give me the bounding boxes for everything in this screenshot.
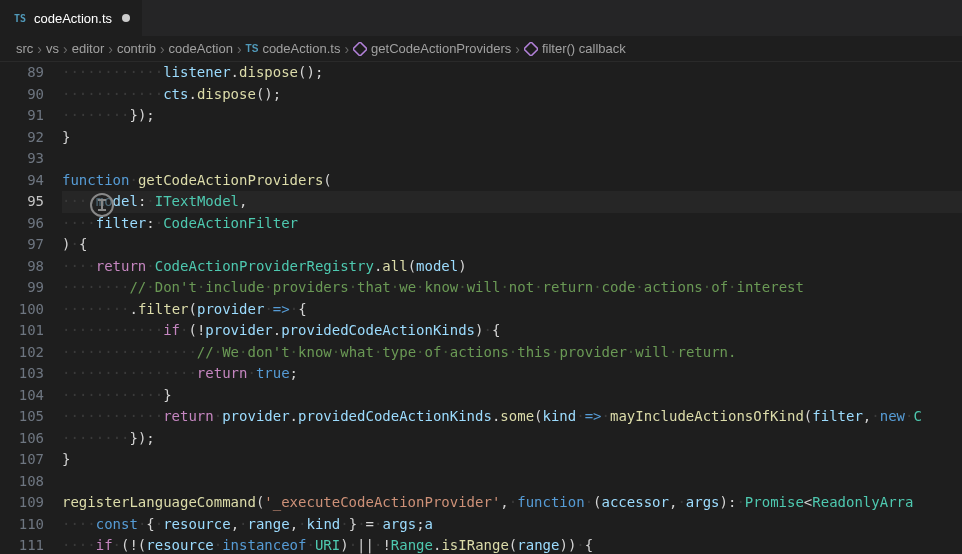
tab-filename: codeAction.ts [34,11,112,26]
code-line[interactable]: ················//·We·don't·know·what·ty… [62,342,962,364]
chevron-right-icon: › [515,41,520,57]
line-number: 92 [0,127,44,149]
token-p: ,· [290,516,307,532]
code-line[interactable]: ····model:·ITextModel, [62,191,962,213]
breadcrumb-label: editor [72,41,105,56]
token-ws: ···· [62,537,96,553]
code-line[interactable]: } [62,127,962,149]
line-number: 94 [0,170,44,192]
editor[interactable]: 8990919293949596979899100101102103104105… [0,62,962,554]
token-type: C [913,408,921,424]
typescript-icon: TS [246,43,259,54]
code-line[interactable]: ············} [62,385,962,407]
breadcrumb-item[interactable]: editor [72,41,105,56]
token-p: ,· [500,494,517,510]
token-ws: ············ [62,322,163,338]
token-cm: //·Don't·include·providers·that·we·know·… [129,279,804,295]
token-var: resource [146,537,213,553]
token-p: ········}); [62,107,155,123]
token-var: args [686,494,720,510]
token-p: ········}); [62,430,155,446]
token-p: (!( [121,537,146,553]
breadcrumb-item[interactable]: getCodeActionProviders [353,41,511,56]
breadcrumb-item[interactable]: TScodeAction.ts [246,41,341,56]
code-line[interactable]: ············if·(!provider.providedCodeAc… [62,320,962,342]
code-line[interactable] [62,471,962,493]
line-number: 102 [0,342,44,364]
breadcrumb-label: vs [46,41,59,56]
token-fn: registerLanguageCommand [62,494,256,510]
token-p: ; [416,516,424,532]
token-p: ( [189,301,197,317]
breadcrumb-item[interactable]: codeAction [169,41,233,56]
token-ws: ················ [62,365,197,381]
token-fn: all [382,258,407,274]
code-line[interactable]: registerLanguageCommand('_executeCodeAct… [62,492,962,514]
modified-indicator-icon [122,14,130,22]
code-line[interactable]: ····const·{·resource,·range,·kind·}·=·ar… [62,514,962,536]
breadcrumb-label: getCodeActionProviders [371,41,511,56]
token-var: provider [222,408,289,424]
token-var: providedCodeActionKinds [298,408,492,424]
code-line[interactable]: ················return·true; [62,363,962,385]
code-line[interactable]: } [62,449,962,471]
token-ws: ············ [62,86,163,102]
line-number: 110 [0,514,44,536]
breadcrumb-label: codeAction [169,41,233,56]
token-p: { [298,301,306,317]
token-p: ,· [231,516,248,532]
token-p: :· [138,193,155,209]
breadcrumbs[interactable]: src›vs›editor›contrib›codeAction›TScodeA… [0,36,962,62]
token-fn: dispose [239,64,298,80]
token-ctrl: if· [163,322,188,338]
breadcrumb-label: src [16,41,33,56]
code-line[interactable]: ············listener.dispose(); [62,62,962,84]
token-var: a [425,516,433,532]
code-line[interactable]: ····filter:·CodeActionFilter [62,213,962,235]
token-var: provider [205,322,272,338]
breadcrumb-item[interactable]: filter() callback [524,41,626,56]
svg-rect-1 [524,42,538,56]
code-line[interactable]: ········}); [62,105,962,127]
code-line[interactable]: ············return·provider.providedCode… [62,406,962,428]
breadcrumb-item[interactable]: vs [46,41,59,56]
code-line[interactable]: function·getCodeActionProviders( [62,170,962,192]
line-number: 93 [0,148,44,170]
code-line[interactable]: ············cts.dispose(); [62,84,962,106]
text-cursor-icon [90,193,114,217]
chevron-right-icon: › [63,41,68,57]
breadcrumb-item[interactable]: src [16,41,33,56]
token-p: (); [298,64,323,80]
token-var: providedCodeActionKinds [281,322,475,338]
line-number: 101 [0,320,44,342]
line-number: 105 [0,406,44,428]
code-line[interactable]: )·{ [62,234,962,256]
tab-bar: TS codeAction.ts [0,0,962,36]
editor-tab[interactable]: TS codeAction.ts [0,0,143,36]
code-line[interactable]: ····return·CodeActionProviderRegistry.al… [62,256,962,278]
code-line[interactable]: ····if·(!(resource·instanceof·URI)·||·!R… [62,535,962,554]
token-p: )·{ [62,236,87,252]
code-line[interactable] [62,148,962,170]
token-p: . [290,408,298,424]
token-type: URI [315,537,340,553]
line-number: 104 [0,385,44,407]
token-cm: //·We·don't·know·what·type·of·actions·th… [197,344,737,360]
code-line[interactable]: ········//·Don't·include·providers·that·… [62,277,962,299]
token-type: CodeActionProviderRegistry [155,258,374,274]
token-fn: dispose [197,86,256,102]
line-number: 107 [0,449,44,471]
method-icon [524,42,538,56]
token-p: } [62,129,70,145]
code-line[interactable]: ········.filter(provider·=>·{ [62,299,962,321]
breadcrumb-item[interactable]: contrib [117,41,156,56]
token-p: {· [146,516,163,532]
token-var: listener [163,64,230,80]
code-area[interactable]: ············listener.dispose();·········… [62,62,962,554]
line-number: 90 [0,84,44,106]
token-kw: ·=>· [576,408,610,424]
token-var: kind [307,516,341,532]
code-line[interactable]: ········}); [62,428,962,450]
token-type: ReadonlyArra [812,494,913,510]
token-ws: ···· [62,258,96,274]
